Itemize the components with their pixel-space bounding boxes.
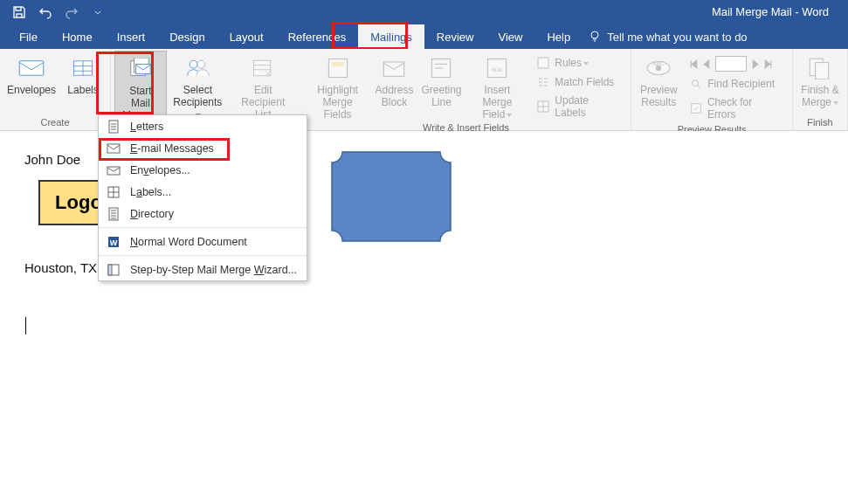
redo-icon[interactable]: [63, 3, 80, 21]
labels-label: Labels: [67, 84, 98, 108]
tab-design[interactable]: Design: [157, 24, 217, 49]
preview-results-button[interactable]: ABC Preview Results: [635, 51, 682, 108]
ribbon-tabs: File Home Insert Design Layout Reference…: [0, 24, 848, 49]
last-record-icon[interactable]: [763, 59, 773, 69]
labels-small-icon: [106, 184, 121, 200]
match-fields-icon: [536, 75, 550, 89]
group-finish: Finish & Merge Finish: [793, 49, 848, 130]
menu-item-email[interactable]: E-mail Messages: [99, 137, 307, 159]
menu-item-envelopes[interactable]: Envelopes...: [99, 159, 307, 181]
svg-rect-15: [332, 62, 344, 66]
menu-item-labels[interactable]: Labels...: [99, 181, 307, 203]
group-create-label: Create: [3, 115, 107, 130]
recipients-icon: [183, 54, 211, 82]
update-labels-icon: [536, 100, 550, 114]
tell-me-search[interactable]: Tell me what you want to do: [588, 24, 747, 49]
tab-home[interactable]: Home: [50, 24, 105, 49]
group-preview: ABC Preview Results Find Recipient C: [631, 49, 793, 130]
svg-rect-38: [107, 144, 120, 153]
email-icon: [106, 141, 121, 156]
find-recipient-button[interactable]: Find Recipient: [686, 75, 785, 93]
next-record-icon[interactable]: [750, 59, 760, 69]
finish-merge-button[interactable]: Finish & Merge: [796, 51, 844, 108]
prev-record-icon[interactable]: [702, 59, 712, 69]
svg-text:W: W: [110, 238, 118, 247]
menu-item-directory[interactable]: Directory: [99, 203, 307, 224]
window-title: Mail Merge Mail - Word: [712, 5, 829, 18]
group-write-insert: Highlight Merge Fields Address Block Gre…: [301, 49, 632, 130]
menu-item-normal-document[interactable]: W Normal Word Document: [99, 231, 307, 252]
menu-separator: [99, 255, 307, 256]
search-icon: [689, 77, 703, 91]
menu-separator: [99, 227, 307, 228]
menu-item-letters[interactable]: Letters: [99, 115, 307, 137]
qat-customize-icon[interactable]: [89, 3, 107, 21]
wizard-icon: [106, 262, 121, 278]
select-recipients-button[interactable]: Select Recipients: [167, 51, 229, 121]
tab-references[interactable]: References: [276, 24, 358, 49]
edit-list-icon: [249, 54, 277, 82]
save-icon[interactable]: [10, 3, 28, 21]
rules-button[interactable]: Rules: [533, 54, 624, 72]
svg-rect-33: [816, 63, 829, 79]
labels-button[interactable]: Labels: [59, 51, 107, 108]
address-icon: [380, 54, 408, 82]
preview-icon: ABC: [645, 54, 672, 82]
quick-access-toolbar: [0, 3, 107, 21]
finish-icon: [806, 54, 834, 82]
title-bar: Mail Merge Mail - Word: [0, 0, 848, 24]
svg-rect-1: [19, 61, 44, 76]
svg-rect-31: [692, 104, 701, 114]
address-block-button[interactable]: Address Block: [370, 51, 417, 108]
check-icon: [689, 101, 703, 115]
check-errors-button[interactable]: Check for Errors: [686, 94, 785, 122]
record-number-field[interactable]: [715, 56, 747, 72]
labels-icon: [69, 54, 97, 82]
match-fields-button[interactable]: Match Fields: [533, 73, 624, 91]
greeting-icon: [427, 54, 455, 82]
mail-merge-icon: [127, 55, 155, 83]
undo-icon[interactable]: [37, 3, 54, 21]
directory-icon: [106, 206, 121, 222]
merge-field-icon: «»: [483, 54, 511, 82]
update-labels-button[interactable]: Update Labels: [533, 93, 624, 121]
first-record-icon[interactable]: [689, 59, 699, 69]
group-create: Envelopes Labels Create: [0, 49, 111, 130]
edit-recipient-list-button[interactable]: Edit Recipient List: [229, 51, 298, 121]
insert-merge-field-button[interactable]: «» Insert Merge Field: [465, 51, 529, 121]
document-shape[interactable]: [330, 150, 452, 243]
svg-rect-22: [538, 58, 548, 68]
text-cursor: [25, 317, 26, 335]
tell-me-label: Tell me what you want to do: [607, 31, 747, 44]
letter-icon: [106, 119, 121, 135]
tab-view[interactable]: View: [486, 24, 534, 49]
highlight-merge-fields-button[interactable]: Highlight Merge Fields: [305, 51, 371, 121]
tab-help[interactable]: Help: [534, 24, 583, 49]
envelope-small-icon: [106, 162, 121, 178]
envelopes-button[interactable]: Envelopes: [3, 51, 59, 108]
lightbulb-icon: [588, 30, 602, 44]
highlight-icon: [324, 54, 352, 82]
rules-icon: [536, 56, 550, 70]
document-text: Houston, TX 7: [24, 260, 108, 275]
group-finish-label: Finish: [796, 115, 844, 130]
tab-layout[interactable]: Layout: [217, 24, 276, 49]
menu-item-wizard[interactable]: Step-by-Step Mail Merge Wizard...: [99, 259, 307, 280]
tab-file[interactable]: File: [7, 24, 50, 49]
svg-point-0: [591, 31, 598, 38]
svg-rect-51: [108, 265, 112, 275]
start-mail-merge-button[interactable]: Start Mail Merge: [114, 51, 167, 122]
tab-review[interactable]: Review: [424, 24, 486, 49]
svg-text:ABC: ABC: [653, 60, 665, 66]
tab-insert[interactable]: Insert: [105, 24, 158, 49]
svg-line-30: [698, 86, 701, 89]
record-navigation[interactable]: [686, 54, 785, 73]
svg-point-29: [693, 80, 699, 86]
greeting-line-button[interactable]: Greeting Line: [417, 51, 465, 108]
start-mail-merge-menu: Letters E-mail Messages Envelopes... Lab…: [98, 114, 307, 281]
svg-rect-14: [328, 59, 347, 78]
svg-point-9: [190, 60, 198, 68]
word-doc-icon: W: [106, 234, 121, 250]
tab-mailings[interactable]: Mailings: [358, 24, 424, 49]
svg-text:«»: «»: [492, 63, 503, 74]
